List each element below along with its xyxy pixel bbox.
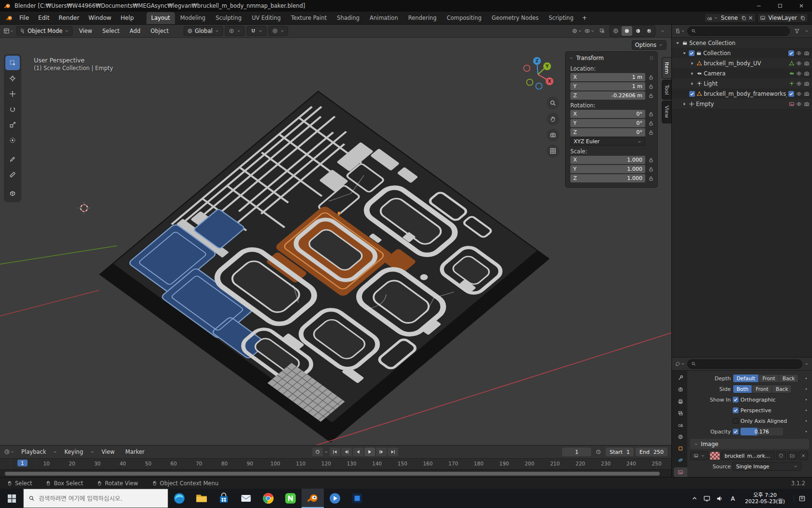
hide-in-viewport-icon[interactable] [796,91,802,97]
rotate-tool[interactable] [5,102,20,117]
annotate-tool[interactable] [5,152,20,166]
menu-object[interactable]: Object [147,26,173,36]
depth-default-option[interactable]: Default [733,374,759,382]
source-dropdown[interactable]: Single Image [733,462,801,471]
menu-playback[interactable]: Playback [17,447,50,457]
side-back-option[interactable]: Back [772,385,792,393]
side-both-option[interactable]: Both [733,385,752,393]
sidebar-tab-view[interactable]: View [662,101,671,123]
tab-modeling[interactable]: Modeling [175,12,210,24]
jump-to-start-button[interactable] [330,448,340,456]
tab-physics-properties[interactable] [674,455,687,465]
action-center-button[interactable] [794,495,810,502]
lock-icon[interactable] [648,157,654,163]
side-front-option[interactable]: Front [752,385,772,393]
only-axis-aligned-checkbox[interactable] [733,418,739,424]
rotation-y-field[interactable]: Y0° [570,119,645,127]
pan-view-button[interactable] [547,113,559,125]
mail-app-icon[interactable] [235,489,257,508]
current-frame-field[interactable]: 1 [562,448,591,456]
next-keyframe-button[interactable] [376,448,387,456]
frame-ruler[interactable]: 1 10203040506070809010011012013014015016… [0,458,671,469]
outliner-filter-button[interactable] [792,26,802,36]
lock-icon[interactable] [648,166,654,172]
lock-icon[interactable] [648,84,654,90]
exclude-checkbox[interactable] [788,91,794,97]
preview-range-button[interactable] [593,447,604,457]
rotation-z-field[interactable]: Z0° [570,128,645,136]
drag-dots-icon[interactable] [649,56,654,60]
media-player-app-icon[interactable] [324,489,346,508]
exclude-checkbox[interactable] [788,50,794,56]
animate-dot-icon[interactable] [803,397,809,402]
tab-animation[interactable]: Animation [365,12,403,24]
scale-tool[interactable] [5,118,20,132]
new-scene-icon[interactable] [741,15,747,21]
opacity-checkbox[interactable] [733,429,739,434]
camera-view-button[interactable] [547,129,559,141]
menu-edit[interactable]: Edit [34,13,54,23]
outliner-row-camera[interactable]: Camera [672,68,812,78]
empty-origin-point[interactable] [337,211,341,215]
lock-icon[interactable] [648,93,654,99]
tab-scene-properties[interactable] [674,420,687,430]
image-panel-header[interactable]: Image [690,439,809,449]
dark-app-icon[interactable] [346,489,368,508]
hide-in-viewport-icon[interactable] [796,81,802,87]
viewlayer-selector[interactable]: ViewLayer [757,13,808,23]
cursor-tool[interactable] [5,71,20,86]
options-dropdown[interactable]: Options [632,40,667,50]
auto-keying-button[interactable] [312,448,323,456]
tray-expand-icon[interactable] [691,495,698,502]
only-axis-aligned-label[interactable]: Only Axis Aligned [740,418,787,424]
editor-type-button[interactable] [3,26,14,36]
rotation-x-field[interactable]: X0° [570,110,645,118]
lock-icon[interactable] [648,75,654,80]
outliner-row-empty[interactable]: Empty [672,99,812,109]
viewport-3d[interactable]: User Perspective (1) Scene Collection | … [0,38,671,445]
sidebar-tab-item[interactable]: Item [662,57,671,79]
properties-search-input[interactable] [687,359,802,369]
collection-enable-checkbox[interactable] [689,50,695,56]
scene-selector[interactable]: Scene [704,13,756,23]
sidebar-tab-tool[interactable]: Tool [662,80,671,100]
lock-icon[interactable] [648,120,654,126]
timeline-scrollbar[interactable] [0,469,671,477]
chevron-right-icon[interactable] [689,81,695,87]
navigation-gizmo[interactable]: Z Y X [519,54,557,93]
chevron-down-icon[interactable] [682,50,687,56]
play-reverse-button[interactable] [353,448,363,456]
animate-dot-icon[interactable] [803,429,809,434]
maximize-button[interactable] [769,0,791,12]
new-viewlayer-icon[interactable] [800,15,806,21]
scale-z-field[interactable]: Z1.000 [570,174,645,182]
hide-in-viewport-icon[interactable] [796,101,802,107]
minimize-button[interactable] [748,0,769,12]
location-y-field[interactable]: Y1 m [570,82,645,90]
taskbar-search[interactable] [23,489,168,508]
timeline-scrollbar-thumb[interactable] [5,472,660,476]
timeline-editor-type-button[interactable] [4,447,14,457]
disable-in-renders-icon[interactable] [804,91,810,97]
shading-solid-button[interactable] [622,26,632,36]
hide-in-viewport-icon[interactable] [796,60,802,66]
shading-wireframe-button[interactable] [610,26,621,36]
menu-view[interactable]: View [75,26,96,36]
orthographic-checkbox[interactable] [733,397,739,403]
outliner-row-light[interactable]: Light [672,78,812,89]
mode-dropdown[interactable]: Object Mode [16,26,72,36]
xray-toggle[interactable] [597,26,608,36]
tab-uv-editing[interactable]: UV Editing [247,12,286,24]
disable-in-renders-icon[interactable] [804,71,810,76]
jump-to-end-button[interactable] [388,448,398,456]
menu-select[interactable]: Select [99,26,123,36]
disable-in-renders-icon[interactable] [804,50,810,56]
shading-dropdown[interactable] [657,26,668,36]
overlays-button[interactable] [584,26,595,36]
outliner-row-body-uv[interactable]: bruckell_m_body_UV [672,58,812,68]
menu-window[interactable]: Window [84,13,116,23]
menu-file[interactable]: File [15,13,33,23]
outliner-row-frameworks[interactable]: bruckell_m_body_frameworks_UV [672,89,812,99]
tab-texture-paint[interactable]: Texture Paint [286,12,332,24]
tab-tool-properties[interactable] [674,373,687,383]
